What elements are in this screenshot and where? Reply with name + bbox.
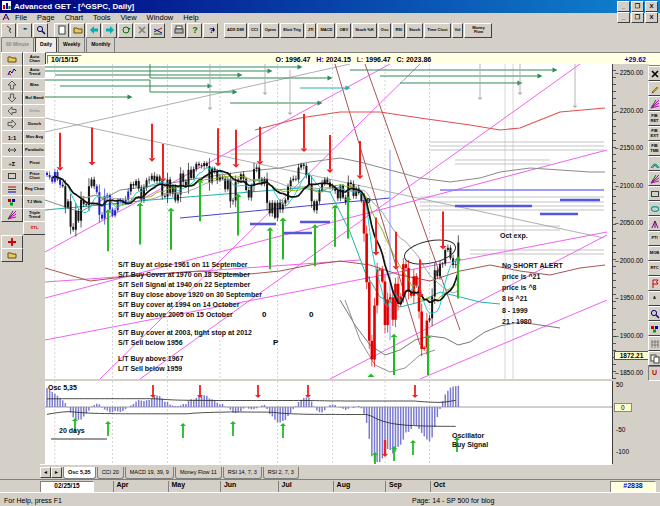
- study-button-bias[interactable]: Bias: [23, 78, 46, 92]
- tool-pencil-icon[interactable]: [648, 81, 660, 96]
- elliott-waves-icon[interactable]: [1, 65, 23, 79]
- arrow-left-icon[interactable]: [1, 104, 23, 118]
- study-tab-osc-5-35[interactable]: Osc 5,35: [63, 467, 96, 479]
- tool-mob-icon[interactable]: MOB: [648, 246, 660, 261]
- menu-file[interactable]: File: [10, 13, 32, 22]
- study-button-vol[interactable]: Vol: [452, 23, 464, 38]
- restore-button[interactable]: ❐: [631, 1, 644, 12]
- menu-chart[interactable]: Chart: [60, 13, 88, 22]
- study-tab-cci-20[interactable]: CCI 20: [97, 467, 124, 479]
- menu-window[interactable]: Window: [142, 13, 179, 22]
- lines-icon[interactable]: [1, 182, 23, 196]
- study-button-stoch[interactable]: Stoch: [406, 23, 423, 38]
- study-button-reg-chan[interactable]: Reg Chan: [23, 182, 46, 196]
- open-chart-icon[interactable]: [70, 23, 85, 38]
- tool-u-icon[interactable]: U: [648, 366, 660, 381]
- formula-icon[interactable]: ÷Σ: [1, 156, 23, 170]
- price-chart[interactable]: S/T Buy at close 1961 on 11 SeptemberS/T…: [45, 64, 612, 379]
- context-help-icon[interactable]: ?: [203, 23, 218, 38]
- study-button-price-clust[interactable]: Price Clust: [23, 169, 46, 183]
- study-button-osc[interactable]: Osc: [378, 23, 392, 38]
- menu-view[interactable]: View: [115, 13, 141, 22]
- study-button-cci[interactable]: CCI: [248, 23, 261, 38]
- study-button-auto-trend[interactable]: Auto Trend: [23, 65, 46, 79]
- study-button-auto-chan[interactable]: Auto Chan: [23, 52, 46, 66]
- close-button[interactable]: X: [645, 1, 658, 12]
- study-button-donch[interactable]: Donch: [23, 117, 46, 131]
- study-button-delta[interactable]: Delta: [23, 104, 46, 118]
- study-button-stoch-k[interactable]: Stoch %K: [352, 23, 377, 38]
- study-button-time-clust[interactable]: Time Clust: [424, 23, 450, 38]
- tool-zoom-icon[interactable]: [648, 306, 660, 321]
- study-tab-money-flow-11[interactable]: Money Flow 11: [175, 467, 222, 479]
- study-button-adx-dmi[interactable]: ADX DMI: [224, 23, 247, 38]
- tool-rtc-icon[interactable]: RTC: [648, 261, 660, 276]
- print-icon[interactable]: [171, 23, 186, 38]
- oscillator-panel[interactable]: Osc 5,3520 daysOscillatorBuy Signal: [45, 381, 612, 464]
- quotes-icon[interactable]: ”: [17, 23, 32, 38]
- delete-icon[interactable]: [134, 23, 149, 38]
- tool-flag-icon[interactable]: [648, 276, 660, 291]
- tool-fib-tme-icon[interactable]: FIB TME: [648, 141, 660, 156]
- red-cross-icon[interactable]: [1, 235, 23, 249]
- tool-grid-icon[interactable]: [648, 336, 660, 351]
- minimize-button[interactable]: _: [617, 1, 630, 12]
- tool-a-icon[interactable]: A: [648, 291, 660, 306]
- study-button-rsi[interactable]: RSI: [392, 23, 405, 38]
- study-button-pivot[interactable]: Pivot: [23, 156, 46, 170]
- tab-60-minute[interactable]: 60 Minute: [1, 37, 34, 52]
- magnifier-icon[interactable]: [33, 23, 48, 38]
- tab-scroll-left[interactable]: ◄: [40, 467, 51, 478]
- study-tab-macd-19-39-9[interactable]: MACD 19, 39, 9: [125, 467, 174, 479]
- study-button-bol-band[interactable]: Bol Band: [23, 91, 46, 105]
- help-icon[interactable]: ?: [187, 23, 202, 38]
- study-button-jti[interactable]: JTI: [305, 23, 317, 38]
- expand-icon[interactable]: [1, 143, 23, 157]
- tool-fan-icon[interactable]: [648, 171, 660, 186]
- tool-rectangle-icon[interactable]: [648, 186, 660, 201]
- box-icon[interactable]: [1, 169, 23, 183]
- ratio-1-1-icon[interactable]: 1:1: [1, 130, 23, 144]
- tool-fib-ext-icon[interactable]: FIB EXT: [648, 126, 660, 141]
- menu-tools[interactable]: Tools: [88, 13, 116, 22]
- tool-arcs-icon[interactable]: [648, 156, 660, 171]
- tab-monthly[interactable]: Monthly: [86, 37, 115, 52]
- arrow-down-icon[interactable]: [1, 91, 23, 105]
- arrow-right-icon[interactable]: [1, 117, 23, 131]
- back-icon[interactable]: [86, 23, 101, 38]
- tool-paint-icon[interactable]: [648, 321, 660, 336]
- study-button-macd[interactable]: MACD: [317, 23, 335, 38]
- arrow-up-icon[interactable]: [1, 78, 23, 92]
- tool-close-x-icon[interactable]: [648, 66, 660, 81]
- study-tab-rsi-2-7-3[interactable]: RSI 2, 7, 3: [263, 467, 299, 479]
- pointer-icon[interactable]: [1, 23, 16, 38]
- study-button-elott-trig[interactable]: Elott Trig: [280, 23, 303, 38]
- settings-icon[interactable]: [150, 23, 165, 38]
- refresh-icon[interactable]: [118, 23, 133, 38]
- folder-chart-icon[interactable]: [1, 52, 23, 66]
- menu-page[interactable]: Page: [32, 13, 60, 22]
- tab-weekly[interactable]: Weekly: [58, 37, 85, 52]
- study-button-money-flow[interactable]: Money Flow: [464, 23, 492, 38]
- mob-icon[interactable]: [1, 195, 23, 209]
- tool-andrews-icon[interactable]: [648, 216, 660, 231]
- tool-ellipse-icon[interactable]: [648, 201, 660, 216]
- forward-icon[interactable]: [102, 23, 117, 38]
- study-button-tj-web[interactable]: TJ Web: [23, 195, 46, 209]
- study-tab-rsi-14-7-3[interactable]: RSI 14, 7, 3: [223, 467, 262, 479]
- study-button-mov-avg[interactable]: Mov Avg: [23, 130, 46, 144]
- tab-daily[interactable]: Daily: [35, 37, 57, 52]
- new-chart-icon[interactable]: [54, 23, 69, 38]
- tab-scroll-right[interactable]: ►: [51, 467, 62, 478]
- trend-web-icon[interactable]: [1, 208, 23, 222]
- study-button-obv[interactable]: OBV: [336, 23, 351, 38]
- tool-copy-icon[interactable]: [648, 351, 660, 366]
- tool-gann-lines-icon[interactable]: [648, 96, 660, 111]
- tool-fib-ret-icon[interactable]: FIB RET: [648, 111, 660, 126]
- menu-help[interactable]: Help: [178, 13, 203, 22]
- study-button-triple-trend[interactable]: Triple Trend: [23, 208, 46, 222]
- study-button-xtl[interactable]: XTL: [23, 221, 46, 235]
- folder-new-icon[interactable]: [1, 248, 23, 262]
- tool-pti-icon[interactable]: PTI: [648, 231, 660, 246]
- study-button-parabolic[interactable]: Parabolic: [23, 143, 46, 157]
